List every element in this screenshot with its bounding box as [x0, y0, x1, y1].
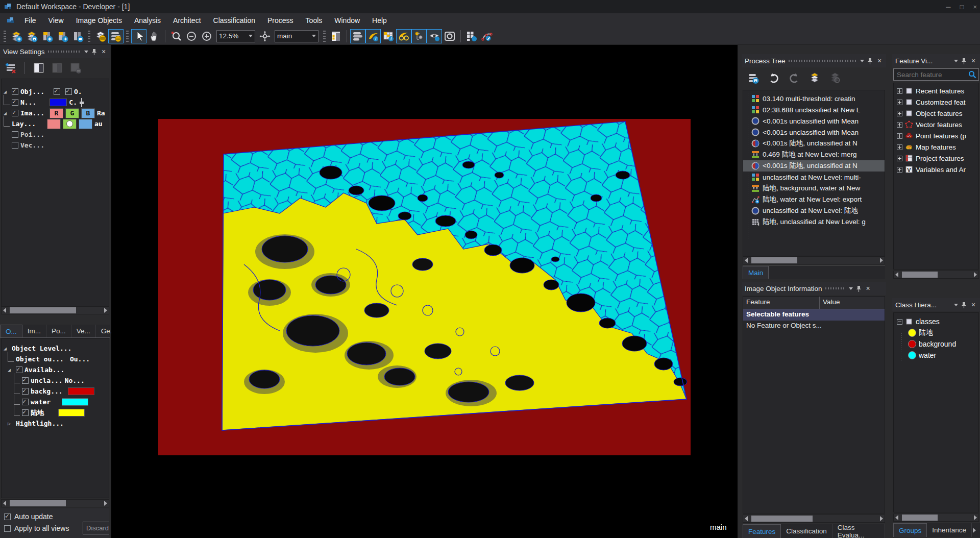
pan-tool-button[interactable] — [146, 29, 162, 43]
feature-view-settings-button[interactable] — [427, 29, 442, 43]
process-step[interactable]: <0.001s 陆地, unclassified at N — [743, 138, 885, 149]
scrollbar-thumb[interactable] — [751, 516, 813, 522]
chevron-down-icon[interactable] — [860, 60, 864, 62]
toolbar-grip[interactable] — [88, 31, 90, 42]
chevron-down-icon[interactable] — [84, 51, 88, 53]
horizontal-scrollbar[interactable] — [743, 515, 885, 523]
scrollbar-thumb[interactable] — [751, 257, 797, 263]
close-icon[interactable] — [970, 301, 977, 309]
tree-row-outlines[interactable]: N... C. — [2, 97, 109, 108]
chevron-down-icon[interactable] — [954, 60, 958, 62]
red-channel-cell[interactable]: R — [50, 108, 63, 118]
tab-features[interactable]: Features — [743, 524, 781, 538]
class-hierarchy-header[interactable]: Class Hiera... — [892, 298, 980, 311]
feature-group[interactable]: Point features (p — [894, 130, 978, 141]
edit-level-button[interactable] — [3, 61, 18, 75]
process-step[interactable]: unclassified at New Level: multi- — [743, 172, 885, 183]
show-samples-button[interactable] — [396, 29, 411, 43]
class-color-icon[interactable] — [908, 329, 916, 337]
tab-classification[interactable]: Classification — [781, 524, 832, 538]
checkbox[interactable] — [22, 377, 29, 384]
scrollbar-thumb[interactable] — [10, 500, 66, 506]
blue-channel-cell[interactable]: B — [81, 108, 95, 118]
search-input[interactable] — [893, 68, 979, 81]
scroll-left-icon[interactable] — [895, 272, 898, 277]
select-tool-button[interactable] — [131, 29, 146, 43]
class-color-icon[interactable] — [908, 351, 916, 359]
expand-plus-icon[interactable] — [897, 144, 902, 150]
class-item-background[interactable]: background — [894, 338, 978, 350]
pin-icon[interactable] — [91, 48, 97, 55]
scroll-right-icon[interactable] — [880, 516, 883, 521]
menu-classification[interactable]: Classification — [207, 14, 261, 27]
checkbox[interactable] — [12, 99, 18, 106]
manage-settings-button[interactable] — [464, 29, 479, 43]
expand-plus-icon[interactable] — [897, 167, 902, 173]
expander-icon[interactable] — [8, 421, 14, 426]
pixel-view-button[interactable]: i — [381, 29, 396, 43]
scroll-right-icon[interactable] — [104, 308, 107, 313]
remove-view-button[interactable] — [68, 61, 83, 75]
class-item-land[interactable]: 陆地 — [894, 327, 978, 338]
process-step[interactable]: 02:38.688 unclassified at New L — [743, 104, 885, 115]
view-layer-button[interactable] — [350, 29, 365, 43]
checkbox[interactable] — [22, 409, 29, 416]
menu-tools[interactable]: Tools — [300, 14, 329, 27]
expand-plus-icon[interactable] — [897, 100, 902, 105]
new-project-button[interactable] — [9, 29, 24, 43]
scroll-left-icon[interactable] — [3, 308, 6, 313]
zoom-in-button[interactable] — [199, 29, 214, 43]
expand-plus-icon[interactable] — [897, 111, 902, 116]
split-window-button[interactable] — [328, 29, 344, 43]
feature-group[interactable]: Map features — [894, 141, 978, 153]
save-process-button[interactable] — [746, 71, 761, 85]
toolbar-grip[interactable] — [4, 31, 6, 42]
horizontal-scrollbar[interactable] — [893, 271, 979, 279]
navigate-button[interactable] — [257, 29, 273, 43]
expand-plus-icon[interactable] — [897, 133, 902, 139]
tab-image-layers[interactable]: Im... — [22, 325, 46, 337]
delete-process-button[interactable] — [827, 71, 843, 85]
edit-layer-mixing-button[interactable] — [108, 29, 124, 43]
panel-grip[interactable] — [825, 287, 846, 289]
tab-groups[interactable]: Groups — [893, 523, 927, 537]
expand-plus-icon[interactable] — [897, 156, 902, 161]
duplicate-process-button[interactable] — [807, 71, 822, 85]
horizontal-scrollbar[interactable] — [1, 499, 109, 507]
tree-row-vectors[interactable]: Vec... — [2, 140, 109, 151]
feature-group[interactable]: Recent features — [894, 85, 978, 96]
checkbox[interactable] — [54, 88, 60, 95]
feature-group[interactable]: Variables and Ar — [894, 164, 978, 175]
class-item-water[interactable]: water — [894, 350, 978, 361]
horizontal-scrollbar[interactable] — [743, 256, 885, 264]
close-icon[interactable] — [100, 47, 107, 56]
close-button[interactable]: × — [973, 3, 977, 11]
column-header-value[interactable]: Value — [820, 297, 885, 309]
expander-icon[interactable] — [8, 367, 14, 373]
horizontal-scrollbar[interactable] — [1, 306, 109, 314]
menu-image-objects[interactable]: Image Objects — [70, 14, 128, 27]
scroll-right-icon[interactable] — [974, 272, 977, 277]
scroll-right-icon[interactable] — [974, 515, 977, 520]
map-view[interactable]: main — [111, 45, 738, 538]
close-icon[interactable] — [876, 57, 883, 65]
image-viewer-canvas[interactable] — [111, 45, 738, 538]
class-color-swatch[interactable] — [68, 387, 94, 395]
tree-row-image-data[interactable]: Ima... R G B Ra — [2, 108, 109, 118]
tree-row-object-levels[interactable]: Obj... O. — [2, 86, 109, 97]
scroll-right-icon[interactable] — [104, 501, 107, 506]
layer-red-cell[interactable] — [47, 119, 61, 129]
scroll-left-icon[interactable] — [3, 501, 6, 506]
slider-icon[interactable] — [79, 98, 84, 107]
menu-help[interactable]: Help — [366, 14, 393, 27]
close-icon[interactable] — [970, 57, 977, 65]
edit-polygons-button[interactable] — [479, 29, 495, 43]
class-color-icon[interactable] — [908, 340, 916, 348]
open-workspace-button[interactable] — [70, 29, 85, 43]
class-color-swatch[interactable] — [62, 398, 88, 406]
view-combo[interactable]: main — [275, 30, 318, 42]
auto-update-option[interactable]: Auto update — [4, 512, 109, 521]
expander-icon[interactable] — [4, 110, 10, 116]
pin-icon[interactable] — [867, 58, 873, 64]
column-header-feature[interactable]: Feature — [743, 297, 820, 309]
